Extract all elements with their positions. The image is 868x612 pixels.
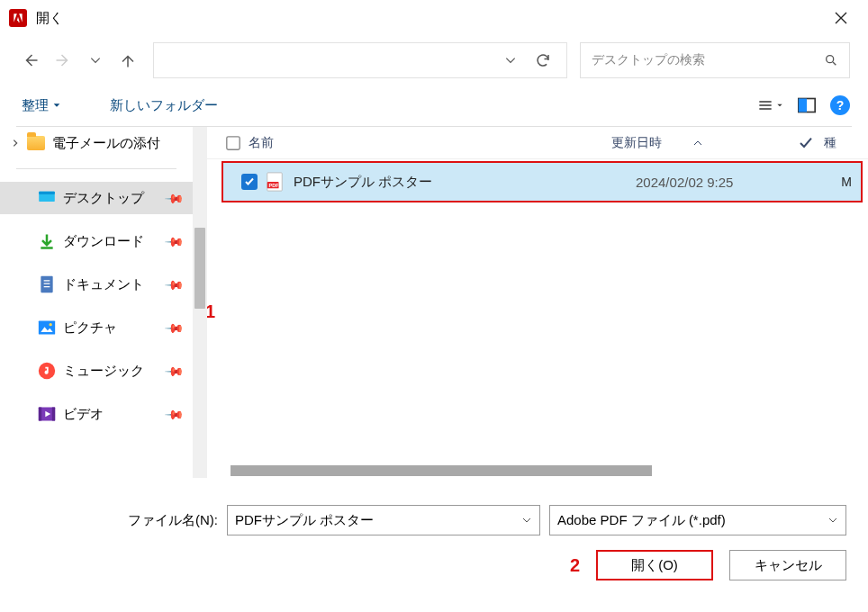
pdf-file-icon: PDF (265, 173, 285, 191)
checkmark-icon (244, 176, 255, 187)
back-button[interactable] (18, 36, 43, 85)
svg-rect-11 (52, 408, 55, 421)
sidebar-separator (16, 168, 176, 169)
bottom-panel: ファイル名(N): PDFサンプル ポスター Adobe PDF ファイル (*… (0, 478, 868, 580)
music-icon (38, 362, 56, 380)
svg-rect-12 (227, 136, 240, 148)
filename-combobox[interactable]: PDFサンプル ポスター (227, 505, 540, 536)
annotation-1: 1 (207, 159, 215, 464)
sidebar-item-pictures[interactable]: ピクチャ 📌 (0, 311, 193, 344)
help-button[interactable]: ? (830, 95, 850, 115)
open-button[interactable]: 開く(O) (596, 550, 713, 580)
address-bar[interactable] (153, 42, 567, 78)
refresh-icon (535, 52, 551, 68)
search-icon (824, 53, 838, 68)
file-name: PDFサンプル ポスター (294, 174, 636, 191)
column-type[interactable]: 種 (824, 135, 868, 151)
file-type: M (816, 175, 852, 189)
svg-rect-5 (41, 276, 52, 292)
row-checkbox[interactable] (241, 174, 258, 190)
file-date: 2024/02/02 9:25 (636, 175, 816, 190)
sidebar: 電子メールの添付 デスクトップ 📌 ダウンロード 📌 ドキュメント 📌 ピクチャ… (0, 127, 193, 478)
filename-value: PDFサンプル ポスター (235, 512, 374, 529)
svg-point-0 (827, 56, 834, 63)
sidebar-item-downloads[interactable]: ダウンロード 📌 (0, 225, 193, 257)
filter-value: Adobe PDF ファイル (*.pdf) (557, 512, 726, 529)
sidebar-item-documents[interactable]: ドキュメント 📌 (0, 268, 193, 301)
pictures-icon (38, 319, 56, 337)
chevron-down-icon (521, 515, 532, 526)
sidebar-item-videos[interactable]: ビデオ 📌 (0, 398, 193, 430)
close-button[interactable] (823, 0, 859, 36)
chevron-down-icon (776, 101, 783, 110)
pin-icon: 📌 (164, 187, 185, 208)
list-icon (758, 98, 773, 112)
app-icon (9, 9, 27, 27)
pin-icon: 📌 (164, 317, 185, 338)
filename-label: ファイル名(N): (128, 512, 218, 529)
horizontal-scrollbar[interactable] (207, 464, 868, 478)
help-icon: ? (836, 98, 845, 112)
arrow-up-icon (120, 52, 136, 68)
pin-icon: 📌 (164, 230, 185, 251)
chevron-down-icon (504, 54, 517, 67)
chevron-down-icon (89, 54, 102, 67)
column-date[interactable]: 更新日時 (611, 135, 789, 151)
toolbar: 整理 新しいフォルダー ? (0, 85, 868, 126)
preview-pane-button[interactable] (794, 93, 819, 118)
chevron-down-icon (827, 515, 838, 526)
column-headers: 名前 更新日時 種 (207, 127, 868, 159)
recent-locations-button[interactable] (83, 36, 108, 85)
path-dropdown[interactable] (494, 43, 527, 77)
view-mode-button[interactable] (758, 93, 783, 118)
search-placeholder: デスクトップの検索 (592, 52, 824, 68)
chevron-down-icon (52, 101, 61, 110)
arrow-right-icon (55, 52, 71, 68)
pin-icon: 📌 (164, 360, 185, 381)
sidebar-item-music[interactable]: ミュージック 📌 (0, 355, 193, 387)
window-title: 開く (36, 10, 63, 27)
new-folder-button[interactable]: 新しいフォルダー (104, 94, 223, 118)
desktop-icon (38, 189, 56, 207)
svg-point-7 (50, 323, 52, 326)
document-icon (38, 275, 56, 293)
titlebar: 開く (0, 0, 868, 36)
select-all-checkbox[interactable] (225, 135, 241, 151)
file-list: 1 PDF PDFサンプル ポスター 2024/02/02 9:25 M (207, 159, 868, 464)
check-icon (799, 137, 813, 149)
nav-row: デスクトップの検索 (0, 36, 868, 85)
scrollbar-thumb[interactable] (231, 465, 652, 476)
column-name[interactable]: 名前 (249, 135, 611, 151)
arrow-left-icon (23, 52, 39, 68)
forward-button[interactable] (50, 36, 76, 85)
pin-icon: 📌 (164, 403, 185, 424)
refresh-button[interactable] (527, 43, 559, 77)
scrollbar-thumb[interactable] (194, 228, 205, 309)
pin-icon: 📌 (164, 274, 185, 294)
sidebar-item-desktop[interactable]: デスクトップ 📌 (0, 182, 193, 214)
organize-button[interactable]: 整理 (16, 94, 67, 118)
svg-rect-6 (39, 321, 55, 335)
svg-rect-2 (799, 99, 807, 112)
svg-rect-4 (39, 192, 55, 194)
cancel-button[interactable]: キャンセル (729, 550, 846, 580)
folder-icon (27, 136, 45, 150)
annotation-2: 2 (570, 555, 580, 576)
file-row[interactable]: PDF PDFサンプル ポスター 2024/02/02 9:25 M (222, 161, 863, 202)
close-icon (834, 11, 848, 25)
adobe-icon (12, 12, 24, 24)
sidebar-scrollbar[interactable] (193, 127, 207, 478)
chevron-right-icon (11, 139, 20, 148)
up-button[interactable] (115, 36, 140, 85)
svg-text:PDF: PDF (269, 183, 280, 188)
filetype-filter[interactable]: Adobe PDF ファイル (*.pdf) (549, 505, 846, 536)
nav-tree-item[interactable]: 電子メールの添付 (0, 127, 193, 159)
file-list-area: 名前 更新日時 種 1 PDF PDFサンプル ポスター (207, 127, 868, 478)
preview-icon (798, 97, 816, 113)
main-area: 電子メールの添付 デスクトップ 📌 ダウンロード 📌 ドキュメント 📌 ピクチャ… (0, 127, 868, 478)
sort-indicator-icon (692, 139, 703, 148)
search-box[interactable]: デスクトップの検索 (580, 42, 850, 78)
video-icon (38, 405, 56, 423)
download-icon (38, 232, 56, 250)
svg-rect-10 (39, 408, 41, 421)
